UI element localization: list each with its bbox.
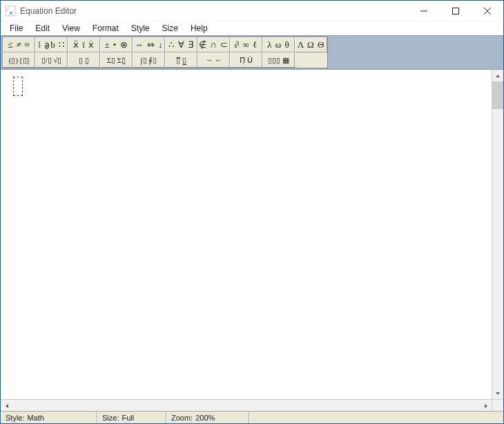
vertical-scroll-track[interactable] <box>492 109 503 387</box>
status-zoom: Zoom: 200% <box>166 412 249 423</box>
status-zoom-label: Zoom: <box>171 414 193 422</box>
fence-templates[interactable]: (▯) [▯] <box>3 52 35 68</box>
toolbar: ≤ ≠ ≈ ⁞ a̱b ∷ ẍ ï ẋ ± • ⊗ → ⇔ ↓ ∴ ∀ ∃ ∉ … <box>1 35 503 70</box>
greek-lowercase[interactable]: λ ω θ <box>262 37 295 52</box>
menu-style[interactable]: Style <box>125 22 156 35</box>
matrix-templates[interactable]: ▯▯▯ ▦ <box>262 52 295 68</box>
equation-canvas[interactable] <box>1 70 492 399</box>
symbol-palette: ≤ ≠ ≈ ⁞ a̱b ∷ ẍ ï ẋ ± • ⊗ → ⇔ ↓ ∴ ∀ ∃ ∉ … <box>2 37 328 68</box>
minimize-button[interactable] <box>408 1 440 21</box>
status-style-value: Math <box>28 414 44 422</box>
maximize-button[interactable] <box>440 1 472 21</box>
status-size-value: Full <box>122 414 134 422</box>
menu-view[interactable]: View <box>56 22 86 35</box>
horizontal-scrollbar[interactable] <box>1 399 503 411</box>
app-icon: √ α <box>5 6 16 17</box>
subscript-superscript-templates[interactable]: ▯ ▯̣ <box>68 52 100 68</box>
titlebar: √ α Equation Editor <box>1 1 503 21</box>
embellishments[interactable]: ẍ ï ẋ <box>68 37 100 52</box>
close-button[interactable] <box>472 1 503 21</box>
status-spacer <box>249 412 503 423</box>
arrow-symbols[interactable]: → ⇔ ↓ <box>133 37 165 52</box>
palette-row-1: ≤ ≠ ≈ ⁞ a̱b ∷ ẍ ï ẋ ± • ⊗ → ⇔ ↓ ∴ ∀ ∃ ∉ … <box>3 37 327 52</box>
menubar: File Edit View Format Style Size Help <box>1 21 503 35</box>
scrollbar-corner <box>492 400 503 411</box>
status-style-label: Style: <box>6 414 25 422</box>
integral-templates[interactable]: ∫▯ ∮▯ <box>133 52 165 68</box>
products-set-templates[interactable]: Π̣ U̇ <box>230 52 262 68</box>
scroll-left-button[interactable] <box>1 400 12 412</box>
set-theory-symbols[interactable]: ∉ ∩ ⊂ <box>197 37 230 52</box>
menu-format[interactable]: Format <box>86 22 125 35</box>
operator-symbols[interactable]: ± • ⊗ <box>100 37 133 52</box>
vertical-scrollbar[interactable] <box>492 70 503 399</box>
palette-row-2: (▯) [▯] ▯/▯ √▯ ▯ ▯̣ Σ▯ Σ▯̤̇ ∫▯ ∮▯ ▯̅ ▯̲ … <box>3 52 327 68</box>
workarea <box>1 70 503 399</box>
scroll-right-button[interactable] <box>480 400 492 412</box>
window-title: Equation Editor <box>20 6 77 16</box>
labeled-arrow-templates[interactable]: → ← <box>197 52 230 68</box>
horizontal-scroll-track[interactable] <box>12 400 480 411</box>
vertical-scroll-thumb[interactable] <box>492 81 503 109</box>
menu-help[interactable]: Help <box>184 22 214 35</box>
empty-slot-cursor[interactable] <box>13 77 23 96</box>
status-zoom-value: 200% <box>195 414 215 422</box>
status-size: Size: Full <box>97 412 166 423</box>
misc-symbols[interactable]: ∂ ∞ ℓ <box>230 37 262 52</box>
fraction-radical-templates[interactable]: ▯/▯ √▯ <box>35 52 68 68</box>
logical-symbols[interactable]: ∴ ∀ ∃ <box>165 37 197 52</box>
status-style: Style: Math <box>1 412 97 423</box>
menu-size[interactable]: Size <box>156 22 184 35</box>
scroll-down-button[interactable] <box>492 387 503 399</box>
greek-uppercase[interactable]: Λ Ω Θ <box>295 37 327 52</box>
menu-file[interactable]: File <box>3 22 29 35</box>
status-size-label: Size: <box>102 414 119 422</box>
statusbar: Style: Math Size: Full Zoom: 200% <box>1 411 503 423</box>
spaces-ellipses[interactable]: ⁞ a̱b ∷ <box>35 37 68 52</box>
summation-templates[interactable]: Σ▯ Σ▯̤̇ <box>100 52 133 68</box>
scroll-up-button[interactable] <box>492 70 503 81</box>
menu-edit[interactable]: Edit <box>29 22 56 35</box>
svg-rect-3 <box>453 8 459 14</box>
relational-symbols[interactable]: ≤ ≠ ≈ <box>3 37 35 52</box>
underbar-overbar-templates[interactable]: ▯̅ ▯̲ <box>165 52 197 68</box>
